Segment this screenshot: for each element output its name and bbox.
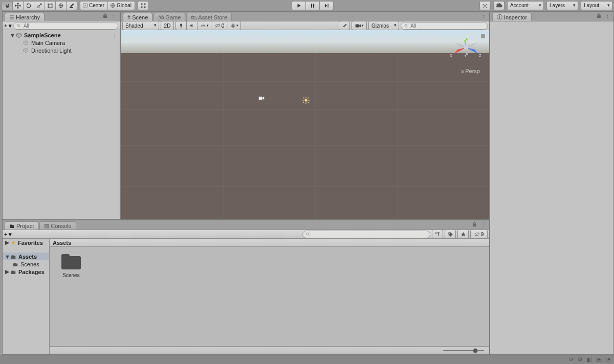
transform-tool-button[interactable] <box>55 1 67 10</box>
hierarchy-item[interactable]: Main Camera <box>3 39 120 47</box>
auto-refresh-icon[interactable]: ⟳ <box>569 356 574 363</box>
collab-button[interactable] <box>479 1 491 10</box>
step-button[interactable] <box>319 1 334 10</box>
hand-tool-button[interactable] <box>2 1 13 10</box>
status-bar: ⟳ ⚙ ◧ 🐞︎ ◔ <box>0 355 614 364</box>
panel-menu-icon[interactable]: ⋮ <box>480 13 486 19</box>
disclosure-triangle-icon[interactable]: ▶ <box>5 268 10 275</box>
breadcrumb-label[interactable]: Assets <box>53 240 71 246</box>
filter-by-type-button[interactable] <box>432 230 443 239</box>
favorites-label: Favorites <box>18 240 43 246</box>
create-dropdown-button[interactable]: + ▾ <box>4 231 12 238</box>
folder-icon: 🖿︎ <box>11 254 16 260</box>
hierarchy-item[interactable]: Directional Light <box>3 47 120 54</box>
scene-search[interactable] <box>401 22 488 30</box>
tab-console[interactable]: ▤ Console <box>39 221 76 230</box>
disclosure-triangle-icon[interactable]: ▶ <box>5 239 10 246</box>
svg-point-20 <box>18 24 20 26</box>
scene-viewport[interactable]: y x z ≡Persp <box>121 30 489 219</box>
grid-toggle-button[interactable]: ▾ <box>228 21 241 30</box>
lighting-toggle-button[interactable] <box>176 21 187 30</box>
scene-search-input[interactable] <box>410 23 484 29</box>
tab-scene[interactable]: # Scene <box>123 13 152 21</box>
svg-line-30 <box>303 98 304 99</box>
pause-button[interactable] <box>305 1 320 10</box>
layers-dropdown[interactable]: Layers <box>546 1 578 10</box>
play-button[interactable] <box>292 1 306 10</box>
scene-menu-icon[interactable]: ⋮ <box>112 32 118 38</box>
snap-toggle-button[interactable] <box>138 1 149 10</box>
gizmos-dropdown[interactable]: Gizmos <box>368 21 399 30</box>
disclosure-triangle-icon[interactable]: ▼ <box>10 32 15 38</box>
projection-label[interactable]: ≡Persp <box>461 68 480 74</box>
layout-dropdown[interactable]: Layout <box>581 1 612 10</box>
hierarchy-search[interactable] <box>13 22 118 30</box>
lock-icon[interactable]: 🔒︎ <box>596 13 602 19</box>
create-dropdown-button[interactable]: + ▾ <box>4 22 12 29</box>
asset-item[interactable]: Scenes <box>57 254 85 278</box>
hierarchy-tab-label: Hierarchy <box>16 14 40 20</box>
filter-by-label-button[interactable] <box>445 230 456 239</box>
svg-rect-0 <box>48 4 52 7</box>
tool-settings-button[interactable] <box>339 21 350 30</box>
project-search[interactable] <box>302 231 430 238</box>
build-icon[interactable]: ⚙ <box>578 356 583 363</box>
svg-rect-22 <box>355 24 359 27</box>
activity-icon[interactable]: ◔ <box>606 356 611 363</box>
assets-label: Assets <box>18 254 37 260</box>
orientation-gizmo[interactable]: y x z <box>448 34 484 70</box>
pivot-mode-label: Center <box>89 3 104 8</box>
packages-label: Packages <box>18 269 45 275</box>
save-favorite-button[interactable] <box>457 230 469 239</box>
toggle-2d-button[interactable]: 2D <box>161 21 174 30</box>
project-search-input[interactable] <box>313 232 427 237</box>
svg-rect-12 <box>144 6 145 8</box>
thumbnail-size-slider[interactable] <box>443 350 484 351</box>
pivot-mode-button[interactable]: Center <box>80 1 108 10</box>
inspector-tab[interactable]: ⓘ Inspector <box>492 13 532 21</box>
lock-icon[interactable]: 🔒︎ <box>472 221 477 228</box>
panel-menu-icon[interactable]: ⋮ <box>111 13 117 19</box>
tab-project[interactable]: 🖿︎ Project <box>5 221 38 230</box>
space-mode-button[interactable]: Global <box>107 1 135 10</box>
panel-menu-icon[interactable]: ⋮ <box>605 13 610 19</box>
slider-thumb[interactable] <box>473 348 478 353</box>
scale-tool-button[interactable] <box>34 1 45 10</box>
scenes-row[interactable]: 🖿︎ Scenes <box>3 260 49 268</box>
projection-text: Persp <box>465 68 480 74</box>
tab-asset-store[interactable]: 🛍︎ Asset Store <box>186 13 232 21</box>
audio-toggle-button[interactable] <box>186 21 198 30</box>
fx-toggle-button[interactable]: ▾ <box>197 21 211 30</box>
rect-tool-button[interactable] <box>45 1 56 10</box>
camera-settings-button[interactable]: ▾ <box>352 21 367 30</box>
progress-icon[interactable]: ◧ <box>587 356 592 363</box>
assets-row[interactable]: ▼ 🖿︎ Assets <box>3 253 49 260</box>
project-grid[interactable]: Scenes <box>50 247 489 285</box>
inspector-tab-icon: ⓘ <box>497 13 502 21</box>
gizmo-lock-icon[interactable] <box>481 34 485 38</box>
hidden-objects-button[interactable]: 0 <box>211 21 228 30</box>
game-tab-icon: 🎮︎ <box>158 14 164 20</box>
camera-gizmo-icon[interactable] <box>258 96 265 102</box>
disclosure-triangle-icon[interactable]: ▼ <box>5 254 10 260</box>
gameobject-icon <box>23 48 29 53</box>
favorites-row[interactable]: ▶ ★ Favorites <box>3 239 49 246</box>
hierarchy-search-input[interactable] <box>24 23 115 29</box>
main-toolbar: Center Global Account Layers Layout <box>0 0 614 11</box>
lock-icon[interactable]: 🔒︎ <box>102 13 108 19</box>
scene-row[interactable]: ▼ SampleScene ⋮ <box>3 31 120 39</box>
axis-x-label: x <box>450 53 452 58</box>
tab-game[interactable]: 🎮︎ Game <box>154 13 185 21</box>
cloud-button[interactable] <box>493 1 505 10</box>
panel-menu-icon[interactable]: ⋮ <box>480 221 486 228</box>
hidden-packages-button[interactable]: 9 <box>470 230 488 239</box>
packages-row[interactable]: ▶ 🖿︎ Packages <box>3 268 49 276</box>
move-tool-button[interactable] <box>12 1 24 10</box>
shading-mode-dropdown[interactable]: Shaded <box>122 21 159 30</box>
hierarchy-tab[interactable]: Hierarchy <box>5 13 45 21</box>
debug-icon[interactable]: 🐞︎ <box>596 357 602 363</box>
custom-tool-button[interactable] <box>66 1 77 10</box>
rotate-tool-button[interactable] <box>23 1 34 10</box>
account-dropdown[interactable]: Account <box>507 1 544 10</box>
light-gizmo-icon[interactable] <box>302 97 310 105</box>
